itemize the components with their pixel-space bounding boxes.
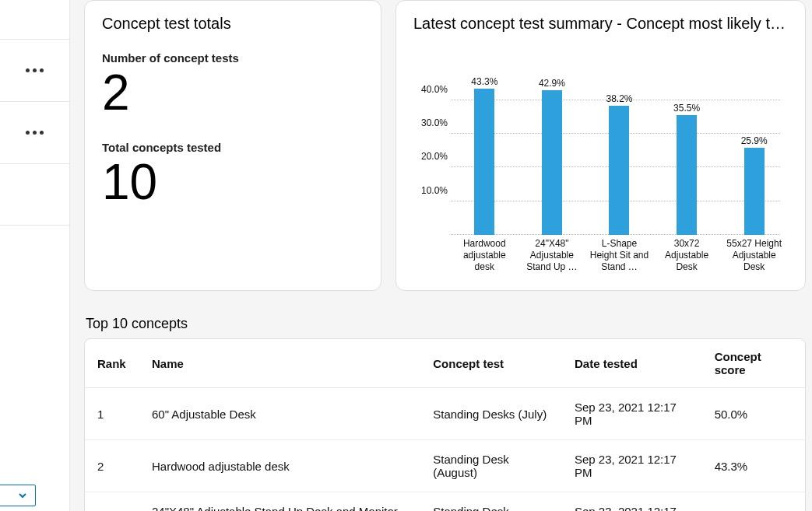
table-row[interactable]: 324"X48" Adjustable Stand Up Desk and Mo… — [85, 492, 805, 512]
chart-y-axis: 10.0%20.0%30.0%40.0% — [413, 40, 451, 235]
chart-plot-area: 10.0%20.0%30.0%40.0% 43.3%42.9%38.2%35.5… — [413, 40, 788, 235]
sidebar-section-2[interactable] — [0, 101, 69, 163]
cell-concept_test: Standing Desks (July) — [420, 388, 562, 440]
chart-y-tick: 20.0% — [421, 151, 448, 162]
chart-x-label: 30x72 Adjustable Desk — [653, 235, 721, 273]
chevron-down-icon — [18, 491, 27, 500]
chart-title: Latest concept test summary - Concept mo… — [413, 15, 788, 33]
cell-concept_score: 43.3% — [702, 440, 805, 492]
cell-name: 60" Adjustable Desk — [139, 388, 420, 440]
cell-name: Hardwood adjustable desk — [139, 440, 420, 492]
col-name[interactable]: Name — [139, 339, 420, 388]
concept-test-totals-card: Concept test totals Number of concept te… — [84, 0, 381, 291]
cell-date_tested: Sep 23, 2021 12:17 PM — [562, 492, 702, 512]
col-concept-score[interactable]: Concept score — [702, 339, 805, 388]
chart-bar-value-label: 25.9% — [741, 135, 768, 146]
chart-y-tick: 40.0% — [421, 84, 448, 95]
chart-x-label: Hardwood adjustable desk — [451, 235, 518, 273]
chart-x-axis: Hardwood adjustable desk24"X48" Adjustab… — [451, 235, 788, 273]
cell-rank: 2 — [85, 440, 139, 492]
cell-name: 24"X48" Adjustable Stand Up Desk and Mon… — [139, 492, 420, 512]
chart-bar[interactable]: 25.9% — [720, 40, 788, 235]
cell-concept_test: Standing Desk (August) — [420, 440, 562, 492]
chart-bar[interactable]: 35.5% — [653, 40, 721, 235]
metric-label-concepts: Total concepts tested — [102, 141, 364, 154]
chart-bar-value-label: 35.5% — [673, 103, 700, 114]
chart-x-label: L-Shape Height Sit and Stand … — [585, 235, 653, 273]
cell-date_tested: Sep 23, 2021 12:17 PM — [562, 388, 702, 440]
concept-summary-chart-card: Latest concept test summary - Concept mo… — [395, 0, 806, 291]
metric-value-concepts: 10 — [102, 157, 364, 207]
chart-x-label: 24"X48" Adjustable Stand Up … — [518, 235, 586, 273]
ellipsis-icon — [26, 68, 44, 72]
cell-date_tested: Sep 23, 2021 12:17 PM — [562, 440, 702, 492]
sidebar-section-3[interactable] — [0, 163, 69, 226]
ellipsis-icon — [26, 131, 44, 135]
cell-concept_score: 50.0% — [702, 388, 805, 440]
col-date-tested[interactable]: Date tested — [562, 339, 702, 388]
chart-y-tick: 10.0% — [421, 185, 448, 196]
metric-label-tests: Number of concept tests — [102, 51, 364, 65]
sidebar — [0, 0, 70, 511]
col-concept-test[interactable]: Concept test — [420, 339, 562, 388]
chart-bar-value-label: 43.3% — [471, 76, 497, 87]
table-header-row: Rank Name Concept test Date tested Conce… — [85, 339, 805, 388]
cell-concept_test: Standing Desk (August) — [420, 492, 562, 512]
cell-concept_score: 42.9% — [702, 492, 805, 512]
chart-bar-value-label: 42.9% — [539, 78, 565, 89]
cell-rank: 3 — [85, 492, 139, 512]
metric-value-tests: 2 — [102, 68, 364, 117]
table-row[interactable]: 2Hardwood adjustable deskStanding Desk (… — [85, 440, 805, 492]
chart-bar[interactable]: 42.9% — [518, 40, 586, 235]
chart-plot: 43.3%42.9%38.2%35.5%25.9% — [451, 40, 788, 235]
col-rank[interactable]: Rank — [85, 339, 139, 388]
chart-x-label: 55x27 Height Adjustable Desk — [720, 235, 788, 273]
section-title-top-concepts: Top 10 concepts — [86, 316, 806, 332]
table-row[interactable]: 160" Adjustable DeskStanding Desks (July… — [85, 388, 805, 440]
cell-rank: 1 — [85, 388, 139, 440]
sidebar-section-1[interactable] — [0, 39, 69, 101]
chart-y-tick: 30.0% — [421, 117, 448, 128]
chart-bar[interactable]: 43.3% — [451, 40, 518, 235]
sidebar-dropdown[interactable] — [0, 485, 36, 506]
top-concepts-table: Rank Name Concept test Date tested Conce… — [84, 338, 806, 511]
chart-bar[interactable]: 38.2% — [585, 40, 653, 235]
chart-bar-value-label: 38.2% — [606, 93, 632, 104]
main-content: Concept test totals Number of concept te… — [70, 0, 812, 511]
card-title: Concept test totals — [102, 15, 364, 33]
